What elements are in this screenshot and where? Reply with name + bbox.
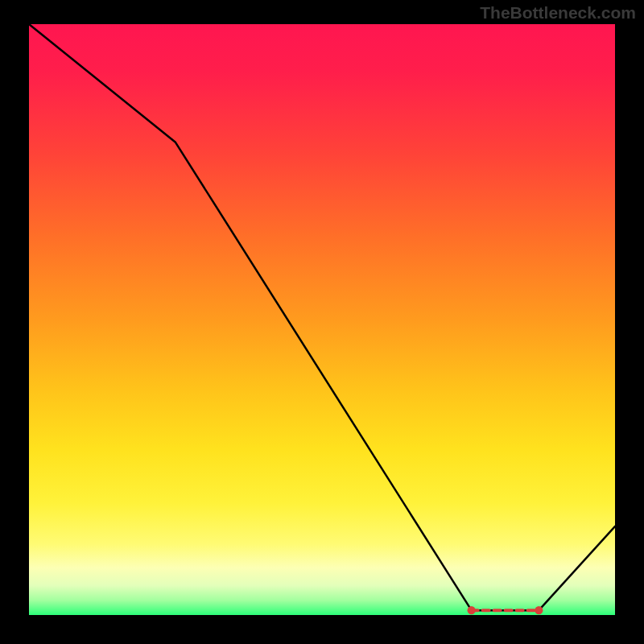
optimal-start-dot	[468, 606, 476, 614]
optimal-end-dot	[535, 606, 543, 614]
attribution-watermark: TheBottleneck.com	[480, 3, 636, 23]
chart-stage: TheBottleneck.com	[0, 0, 644, 644]
chart-svg	[29, 24, 615, 615]
data-line	[29, 24, 615, 610]
plot-area	[29, 24, 615, 615]
